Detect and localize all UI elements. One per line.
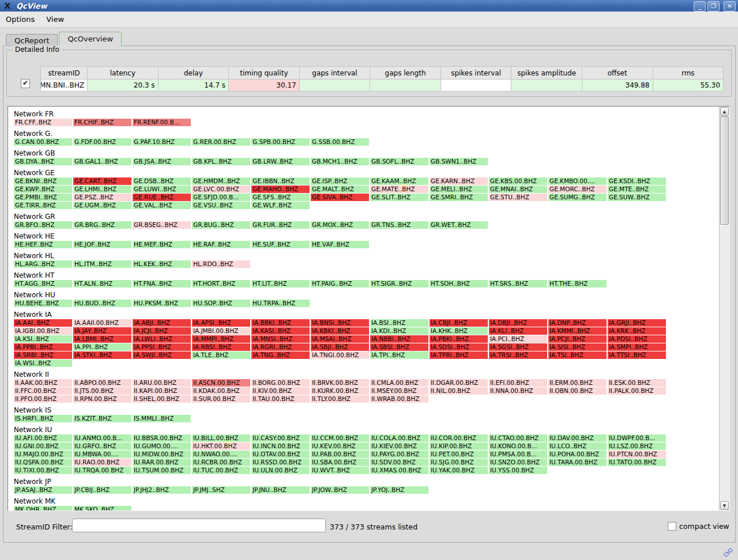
stream-cell[interactable]: II.TAU.00.BHZ	[251, 395, 310, 403]
stream-cell[interactable]: IU.RCBR.00.BHZ	[192, 459, 250, 466]
stream-cell[interactable]: IU.DAV.00.BHZ	[548, 434, 607, 442]
stream-cell[interactable]: II.BRVK.00.BHZ	[311, 379, 369, 387]
stream-cell[interactable]: II.ESK.00.BHZ	[608, 379, 666, 387]
minimize-button[interactable]: _	[694, 1, 706, 12]
compact-view-control[interactable]: compact view	[668, 522, 729, 531]
stream-cell[interactable]: IA.KHK..BHZ	[430, 327, 488, 335]
stream-cell[interactable]: GE.DSB..BHZ	[133, 177, 191, 185]
stream-cell[interactable]: IA.BSI..BHZ	[370, 319, 428, 327]
stream-cell[interactable]: IA.KASI..BHZ	[251, 327, 310, 335]
stream-cell[interactable]: GB.JSA..BHZ	[133, 158, 191, 165]
stream-cell[interactable]: IU.HKT.00.BHZ	[192, 442, 250, 450]
stream-cell[interactable]: JP.JNU..BHZ	[251, 486, 310, 494]
stream-cell[interactable]: II.FFC.00.BHZ	[14, 387, 72, 395]
stream-cell[interactable]: IA.KLI..BHZ	[489, 327, 547, 335]
stream-cell[interactable]: IU.KEV.00.BHZ	[311, 442, 369, 450]
stream-cell[interactable]: IA.TRSI..BHZ	[489, 351, 547, 359]
stream-cell[interactable]: HU.PKSM..BHZ	[133, 300, 191, 307]
stream-cell[interactable]: IU.BBSR.00.BHZ	[133, 434, 191, 442]
stream-cell[interactable]: GE.KAAM..BHZ	[370, 177, 428, 185]
stream-cell[interactable]: IA.TLE..BHZ	[192, 351, 250, 359]
stream-cell[interactable]: IA.LBMI..BHZ	[73, 335, 131, 343]
stream-cell[interactable]: HE.VAF..BHZ	[311, 241, 369, 248]
stream-cell[interactable]: HL.RDO..BHZ	[192, 260, 250, 268]
stream-cell[interactable]: IA.NBBI..BHZ	[370, 335, 428, 343]
stream-cell[interactable]: IU.WVT..BHZ	[311, 467, 369, 474]
stream-cell[interactable]: GE.TIRR..BHZ	[14, 202, 72, 209]
menu-view[interactable]: View	[40, 12, 70, 27]
stream-cell[interactable]: IA.PPI..BHZ	[73, 343, 131, 351]
stream-cell[interactable]: G.PAF.10.BHZ	[133, 138, 191, 146]
stream-cell[interactable]: IA.SGSI..BHZ	[489, 343, 547, 351]
stream-cell[interactable]: IS.HRFI..BHZ	[14, 415, 72, 422]
stream-cell[interactable]: IU.PET.00.BHZ	[430, 451, 488, 458]
stream-cell[interactable]: IA.CBJI..BHZ	[430, 319, 488, 327]
stream-cell[interactable]: FR.RENF.00.B...	[133, 119, 191, 126]
stream-cell[interactable]: IA.KBKI..BHZ	[311, 327, 369, 335]
stream-cell[interactable]: GE.VSU..BHZ	[192, 202, 250, 209]
stream-cell[interactable]: GE.KWP..BHZ	[14, 186, 72, 193]
stream-cell[interactable]: IU.RSSD.00.BHZ	[251, 459, 310, 466]
stream-cell[interactable]: GE.SFJD.00.B...	[192, 194, 250, 201]
stream-cell[interactable]: HT.SIGR..BHZ	[370, 280, 428, 287]
stream-cell[interactable]: GB.DYA..BHZ	[14, 158, 72, 165]
stream-cell[interactable]: GB.KPL..BHZ	[192, 158, 250, 165]
stream-cell[interactable]: IU.KIP.00.BHZ	[430, 442, 488, 450]
stream-cell[interactable]: IU.RAO.00.BHZ	[73, 459, 131, 466]
stream-cell[interactable]: HL.ARG..BHZ	[14, 260, 72, 268]
stream-cell[interactable]: IU.KIEV.00.BHZ	[370, 442, 428, 450]
stream-cell[interactable]: II.SHEL.00.BHZ	[133, 395, 191, 403]
scroll-down-button[interactable]: ▼	[720, 501, 729, 510]
stream-cell[interactable]: II.NIL.00.BHZ	[430, 387, 488, 395]
title-bar[interactable]: X QcView _ ❐ ✕	[0, 0, 738, 12]
stream-cell[interactable]: GE.SUMG..BHZ	[548, 194, 607, 201]
stream-cell[interactable]: HU.TRPA..BHZ	[251, 300, 310, 307]
stream-cell[interactable]: II.DGAR.00.BHZ	[430, 379, 488, 387]
stream-cell[interactable]: HT.SRS..BHZ	[489, 280, 547, 287]
stream-cell[interactable]: IU.YAK.00.BHZ	[430, 467, 488, 474]
stream-cell[interactable]: IA.JAY..BHZ	[73, 327, 131, 335]
stream-cell[interactable]: IU.KONO.00.B...	[489, 442, 547, 450]
stream-cell[interactable]: GR.FUR..BHZ	[251, 221, 310, 229]
stream-cell[interactable]: II.WRAB.00.BHZ	[370, 395, 428, 403]
stream-cell[interactable]: II.ERM.00.BHZ	[548, 379, 607, 387]
stream-cell[interactable]: IA.DNP..BHZ	[548, 319, 607, 327]
stream-cell[interactable]: IA.ABJI..BHZ	[133, 319, 191, 327]
stream-cell[interactable]: HE.RAF..BHZ	[192, 241, 250, 248]
detail-enable-checkbox[interactable]: ✔	[21, 79, 30, 88]
stream-cell[interactable]: GB.SWN1..BHZ	[430, 158, 488, 165]
stream-cell[interactable]: IS.KZIT..BHZ	[73, 415, 131, 422]
stream-cell[interactable]: IU.CCM.00.BHZ	[311, 434, 369, 442]
stream-cell[interactable]: G.SPB.00.BHZ	[251, 138, 310, 146]
stream-cell[interactable]: HT.HORT..BHZ	[192, 280, 250, 287]
stream-cell[interactable]: JP.CBIJ..BHZ	[73, 486, 131, 494]
streamid-filter-input[interactable]	[72, 519, 326, 532]
stream-cell[interactable]: IU.SDV.00.BHZ	[370, 459, 428, 466]
stream-cell[interactable]: IU.PMSA.00.B...	[489, 451, 547, 458]
stream-cell[interactable]: GE.VAL..BHZ	[133, 202, 191, 209]
stream-cell[interactable]: IA.KMMI..BHZ	[548, 327, 607, 335]
stream-cell[interactable]: HT.THE..BHZ	[548, 280, 607, 287]
stream-cell[interactable]: IA.PCI..BHZ	[489, 335, 547, 343]
stream-cell[interactable]: GE.SMRI..BHZ	[430, 194, 488, 201]
stream-cell[interactable]: IU.GUMO.00....	[133, 442, 191, 450]
stream-cell[interactable]: JP.JOW..BHZ	[311, 486, 369, 494]
stream-cell[interactable]: GE.RUE..BHZ	[133, 194, 191, 201]
stream-cell[interactable]: JP.ASAJ..BHZ	[14, 486, 72, 494]
stream-cell[interactable]: IU.XMAS.00.BHZ	[370, 467, 428, 474]
stream-cell[interactable]: IA.SBSI..BHZ	[370, 343, 428, 351]
stream-cell[interactable]: IA.BNSI..BHZ	[311, 319, 369, 327]
stream-cell[interactable]: II.KIV.00.BHZ	[251, 387, 310, 395]
stream-cell[interactable]: IA.SRBI..BHZ	[14, 351, 72, 359]
stream-cell[interactable]: GE.LHMI..BHZ	[73, 186, 131, 193]
stream-cell[interactable]: G.SSB.00.BHZ	[311, 138, 369, 146]
stream-cell[interactable]: IU.INCN.00.BHZ	[251, 442, 310, 450]
stream-cell[interactable]: IU.AFI.00.BHZ	[14, 434, 72, 442]
stream-cell[interactable]: GE.MNAI..BHZ	[489, 186, 547, 193]
stream-cell[interactable]: IU.TUC.00.BHZ	[192, 467, 250, 474]
close-button[interactable]: ✕	[724, 1, 736, 12]
stream-cell[interactable]: HE.MEF..BHZ	[133, 241, 191, 248]
stream-cell[interactable]: II.PFO.00.BHZ	[14, 395, 72, 403]
stream-cell[interactable]: GE.WLF..BHZ	[251, 202, 310, 209]
stream-cell[interactable]: HU.BEHE..BHZ	[14, 300, 72, 307]
